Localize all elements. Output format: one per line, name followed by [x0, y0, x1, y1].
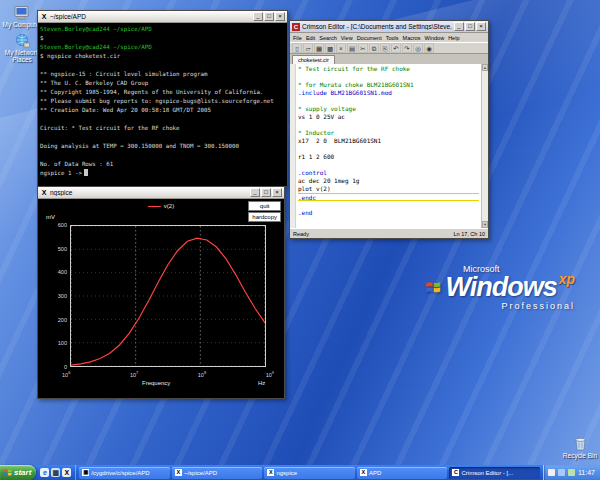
terminal-line [40, 115, 285, 124]
terminal-window[interactable]: X ~/spice/APD _ □ × Steven.Borley@cad244… [37, 10, 288, 187]
terminal-line [40, 133, 285, 142]
task-window-icon: C [452, 469, 459, 476]
taskbar-button[interactable]: X APD [357, 467, 448, 479]
editor-line: .control [298, 169, 479, 177]
terminal-line: ** The U. C. Berkeley CAD Group [40, 79, 285, 88]
recycle-bin-icon[interactable]: Recycle Bin [562, 436, 598, 459]
x-tick-label: 108 [198, 370, 206, 378]
editor-scrollbar[interactable]: ▲ ▼ [481, 64, 488, 228]
menu-item[interactable]: Macros [403, 35, 421, 41]
internet-explorer-icon[interactable]: e [40, 468, 49, 477]
window-title: ngspice [50, 189, 248, 196]
start-label: start [14, 468, 31, 477]
open-icon[interactable]: ▱ [303, 43, 313, 53]
y-tick-label: 400 [58, 269, 67, 275]
volume-icon[interactable] [558, 469, 565, 476]
x-server-icon[interactable] [548, 469, 555, 476]
redo-icon[interactable]: ↷ [402, 43, 412, 53]
y-tick-label: 500 [58, 246, 67, 252]
editor-line: * Inductor [298, 129, 479, 137]
editor-line: vs 1 0 25V ac [298, 113, 479, 121]
undo-icon[interactable]: ↶ [391, 43, 401, 53]
print-icon[interactable]: ▤ [347, 43, 357, 53]
editor-text-area[interactable]: * Test circuit for the RF choke * for Mu… [290, 64, 488, 228]
maximize-icon[interactable]: □ [261, 188, 271, 197]
maximize-icon[interactable]: □ [264, 12, 274, 21]
logo-product: Windows [445, 274, 556, 300]
hardcopy-button[interactable]: hardcopy [248, 212, 281, 222]
menu-bar: FileEditSearchViewDocumentToolsMacrosWin… [290, 33, 488, 42]
icon-label: Recycle Bin [562, 452, 598, 459]
network-icon[interactable] [568, 469, 575, 476]
show-desktop-icon[interactable]: ▦ [51, 468, 60, 477]
scroll-down-icon[interactable]: ▼ [482, 221, 488, 228]
start-flag-icon [3, 468, 12, 477]
menu-item[interactable]: Window [425, 35, 445, 41]
scroll-up-icon[interactable]: ▲ [482, 64, 488, 71]
x-server-icon[interactable]: X [62, 468, 71, 477]
terminal-line: $ [40, 34, 285, 43]
terminal-line: Circuit: * Test circuit for the RF choke [40, 124, 285, 133]
terminal-titlebar[interactable]: X ~/spice/APD _ □ × [38, 11, 287, 23]
x-server-icon: X [40, 189, 48, 197]
minimize-icon[interactable]: _ [454, 22, 464, 31]
menu-item[interactable]: Edit [306, 35, 315, 41]
close-file-icon[interactable]: × [336, 43, 346, 53]
close-icon[interactable]: × [275, 12, 285, 21]
y-tick-label: 100 [58, 340, 67, 346]
editor-line [298, 73, 479, 81]
quit-button[interactable]: quit [248, 201, 281, 211]
menu-item[interactable]: Help [448, 35, 459, 41]
start-button[interactable]: start [0, 465, 36, 480]
editor-line: * for Murata choke BLM21BG601SN1 [298, 81, 479, 89]
window-title: ~/spice/APD [50, 13, 251, 20]
minimize-icon[interactable]: _ [250, 188, 260, 197]
maximize-icon[interactable]: □ [465, 22, 475, 31]
frequency-response-curve [71, 226, 265, 366]
menu-item[interactable]: Search [319, 35, 336, 41]
plot-titlebar[interactable]: X ngspice _ □ × [38, 187, 284, 199]
y-axis-label: mV [46, 214, 55, 220]
minimize-icon[interactable]: _ [253, 12, 263, 21]
tab-bar: choketest.cir [290, 54, 488, 64]
my-computer-icon[interactable]: My Computer [2, 6, 42, 28]
ngspice-plot-window[interactable]: X ngspice _ □ × v(2) quit hardcopy mV 60… [37, 186, 285, 399]
windows-xp-logo: Microsoft Windows xp Professional [425, 264, 575, 311]
logo-edition: Professional [425, 301, 575, 311]
taskbar-button[interactable]: ▣ /cygdrive/c/spice/APD [79, 467, 170, 479]
recycle-bin-glyph [574, 436, 587, 451]
find-next-icon[interactable]: ◉ [424, 43, 434, 53]
editor-line: .endc [298, 193, 479, 201]
editor-line: * Test circuit for the RF choke [298, 65, 479, 73]
tab-choketest[interactable]: choketest.cir [292, 55, 335, 64]
window-title: Crimson Editor - [C:\Documents and Setti… [302, 23, 452, 30]
legend-line-sample [148, 206, 161, 207]
taskbar-button[interactable]: C Crimson Editor - [... [449, 467, 540, 479]
save-icon[interactable]: ▦ [314, 43, 324, 53]
close-icon[interactable]: × [272, 188, 282, 197]
menu-item[interactable]: File [293, 35, 302, 41]
menu-item[interactable]: Tools [386, 35, 399, 41]
terminal-line [40, 61, 285, 70]
editor-titlebar[interactable]: C Crimson Editor - [C:\Documents and Set… [290, 21, 488, 33]
find-icon[interactable]: ◎ [413, 43, 423, 53]
crimson-editor-window[interactable]: C Crimson Editor - [C:\Documents and Set… [289, 20, 489, 239]
menu-item[interactable]: Document [357, 35, 382, 41]
terminal-line: No. of Data Rows : 61 [40, 160, 285, 169]
save-all-icon[interactable]: ▩ [325, 43, 335, 53]
close-icon[interactable]: × [476, 22, 486, 31]
taskbar-button[interactable]: X ~/spice/APD [172, 467, 263, 479]
terminal-output[interactable]: Steven.Borley@cad244 ~/spice/APD $ Steve… [38, 23, 287, 186]
taskbar-button[interactable]: X ngspice [264, 467, 355, 479]
terminal-line: $ ngspice choketest.cir [40, 52, 285, 61]
cut-icon[interactable]: ✂ [358, 43, 368, 53]
menu-item[interactable]: View [341, 35, 353, 41]
clock[interactable]: 11:47 [578, 469, 595, 476]
terminal-line [40, 151, 285, 160]
new-icon[interactable]: ▯ [292, 43, 302, 53]
copy-icon[interactable]: ⧉ [369, 43, 379, 53]
x-server-icon: X [40, 13, 48, 21]
my-network-places-icon[interactable]: My Network Places [2, 34, 42, 63]
cursor-position: Ln 17, Ch 10 [454, 231, 486, 237]
paste-icon[interactable]: ⎘ [380, 43, 390, 53]
